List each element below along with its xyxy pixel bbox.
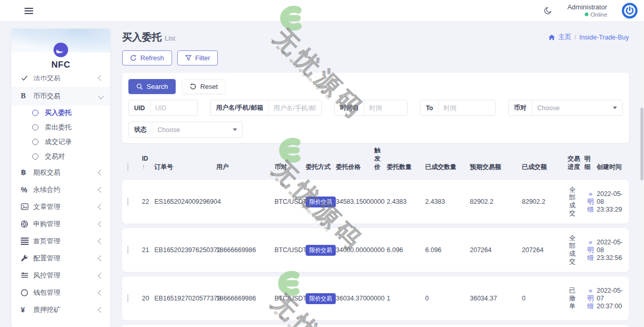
status-filter-group: 状态 Choose xyxy=(128,122,243,138)
page-title: 买入委托List xyxy=(122,31,175,44)
home-icon xyxy=(548,34,555,41)
table-row: 21 EB1652023976250372 18666669986 BTC/US… xyxy=(122,228,629,272)
cell-amount: 2.4383 xyxy=(387,198,425,205)
col-created: 创建时间 xyxy=(597,163,629,171)
cell-filled-amount: 2.4383 xyxy=(425,198,470,205)
username-input[interactable] xyxy=(269,100,321,115)
sidebar-sub-sell-orders[interactable]: 卖出委托 xyxy=(11,120,110,135)
detail-link[interactable]: »明细 xyxy=(587,190,595,214)
uid-filter-group: UID xyxy=(128,100,198,116)
time-to-input[interactable] xyxy=(439,100,495,115)
scrollbar-thumb[interactable] xyxy=(640,108,643,180)
sidebar-item-articles[interactable]: 文章管理 xyxy=(11,198,110,215)
filter-button[interactable]: Filter xyxy=(177,50,218,66)
select-all-checkbox[interactable] xyxy=(127,163,128,171)
chevron-down-icon xyxy=(613,107,617,109)
sidebar-item-spot-trade[interactable]: B 币币交易 xyxy=(11,87,110,106)
admin-user-menu[interactable]: Administrator Online xyxy=(567,4,607,18)
breadcrumb-home[interactable]: 主页 xyxy=(558,33,571,42)
cell-price: 34583.15000000 xyxy=(336,198,374,205)
wrench-icon xyxy=(21,255,33,262)
row-checkbox[interactable] xyxy=(127,294,128,303)
sidebar-item-options-trade[interactable]: ฿ 期权交易 xyxy=(11,164,110,181)
sidebar-item-label: 币币交易 xyxy=(33,91,99,101)
col-price: 委托价格 xyxy=(336,163,374,171)
status-badge: 全部成交 xyxy=(568,186,577,217)
main-content: 买入委托List 主页 / Inside-Trade-Buy Refresh F… xyxy=(122,29,629,327)
col-order-no: 订单号 xyxy=(154,163,216,171)
cell-pair: BTC/USDT xyxy=(274,295,306,302)
radio-circle-icon xyxy=(32,110,38,116)
bars-icon xyxy=(21,237,33,246)
sidebar-item-config[interactable]: 配置管理 xyxy=(11,250,110,267)
radio-circle-icon xyxy=(32,139,38,145)
cell-filled-amount: 6.096 xyxy=(425,246,470,254)
chevron-left-icon xyxy=(98,255,103,261)
chevron-down-icon xyxy=(233,128,237,131)
col-id[interactable]: ID↑ xyxy=(142,154,154,171)
status-label: 状态 xyxy=(129,122,152,137)
hamburger-menu-icon[interactable] xyxy=(24,6,33,16)
username-label: 用户名/手机/邮箱 xyxy=(211,100,269,115)
refresh-icon xyxy=(130,55,137,61)
cell-order-no: EB1651927020577379 xyxy=(154,295,216,302)
status-badge: 全部成交 xyxy=(568,234,577,266)
cell-order-no: ES1652024009296904 xyxy=(154,198,216,205)
sidebar-sub-trade-records[interactable]: 成交记录 xyxy=(11,135,110,149)
order-type-badge: 限价交易 xyxy=(306,245,336,256)
sidebar-sub-trade-pairs[interactable]: 交易对 xyxy=(11,149,110,164)
sidebar: NFC 法币交易 B 币币交易 买入委托 卖出委托 xyxy=(11,29,110,327)
chevron-left-icon xyxy=(98,187,103,192)
cell-pair: BTC/USDT xyxy=(274,246,306,254)
chevron-left-icon xyxy=(98,272,103,278)
status-badge: 已撤单 xyxy=(568,287,577,310)
order-type-badge: 限价交易 xyxy=(306,293,336,304)
breadcrumb-current[interactable]: Inside-Trade-Buy xyxy=(580,34,629,41)
power-avatar-icon[interactable] xyxy=(622,3,638,19)
sidebar-item-risk[interactable]: 风控管理 xyxy=(11,267,110,284)
cell-amount: 1 xyxy=(387,295,425,302)
refresh-button[interactable]: Refresh xyxy=(122,50,172,66)
status-select[interactable]: Choose xyxy=(152,122,242,137)
radio-circle-icon xyxy=(32,124,38,130)
time-from-label: 时间自 xyxy=(335,100,364,115)
detail-link[interactable]: »明细 xyxy=(587,239,595,262)
col-trigger: 触发价 xyxy=(374,146,387,171)
cell-id: 22 xyxy=(142,198,154,205)
row-checkbox[interactable] xyxy=(127,198,128,206)
cell-price: 36034.37000000 xyxy=(336,295,374,302)
user-status: Online xyxy=(567,11,607,18)
chevron-down-icon xyxy=(98,93,103,99)
sidebar-item-fiat-trade[interactable]: 法币交易 xyxy=(11,75,110,86)
sidebar-item-perpetual[interactable]: % 永续合约 xyxy=(11,181,110,198)
cell-created-time: 2022-05-08 23:33:29 xyxy=(597,190,629,214)
search-button[interactable]: Search xyxy=(128,79,176,94)
table-row: 22 ES1652024009296904 BTC/USDT 限价交易 3458… xyxy=(122,180,629,224)
uid-input[interactable] xyxy=(151,100,198,115)
cell-created-time: 2022-05-08 23:32:56 xyxy=(597,239,629,262)
time-from-filter-group: 时间自 xyxy=(334,100,408,116)
reset-button[interactable]: Reset xyxy=(182,79,226,94)
cell-expected: 82902.2 xyxy=(470,198,522,205)
sidebar-item-staking[interactable]: ¥ 质押挖矿 xyxy=(11,301,110,318)
brand-name: NFC xyxy=(11,60,110,70)
sidebar-item-subscription[interactable]: 申购管理 xyxy=(11,215,110,232)
row-checkbox[interactable] xyxy=(127,246,128,254)
chevron-left-icon xyxy=(98,290,103,295)
sidebar-sub-buy-orders[interactable]: 买入委托 xyxy=(11,106,110,120)
col-amount: 委托数量 xyxy=(387,163,425,171)
col-progress: 交易进度 xyxy=(568,154,584,171)
time-from-input[interactable] xyxy=(364,100,407,115)
user-name: Administrator xyxy=(567,4,607,11)
bitcoin-icon: ฿ xyxy=(21,168,33,177)
sidebar-item-wallet[interactable]: 钱包管理 xyxy=(11,284,110,301)
cell-filled-value: 0 xyxy=(522,295,568,302)
cell-filled-value: 82902.2 xyxy=(522,198,568,205)
detail-link[interactable]: »明细 xyxy=(587,287,595,310)
pair-select[interactable]: Choose xyxy=(532,100,623,115)
sidebar-item-homepage[interactable]: 首页管理 xyxy=(11,232,110,250)
scrollbar-track xyxy=(640,22,644,327)
chevron-left-icon xyxy=(98,238,103,244)
col-expected: 预期交易额 xyxy=(470,163,522,171)
moon-icon[interactable] xyxy=(544,6,553,15)
